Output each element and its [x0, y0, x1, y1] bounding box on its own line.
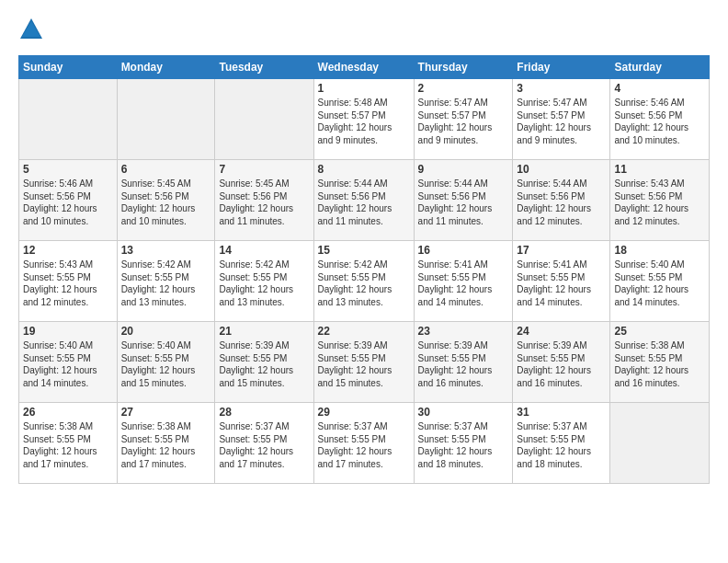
- day-info: Sunrise: 5:44 AM Sunset: 5:56 PM Dayligh…: [318, 178, 410, 227]
- day-info: Sunrise: 5:40 AM Sunset: 5:55 PM Dayligh…: [614, 259, 705, 308]
- day-header-sunday: Sunday: [19, 56, 118, 79]
- day-number: 16: [418, 244, 509, 257]
- day-cell: 21Sunrise: 5:39 AM Sunset: 5:55 PM Dayli…: [215, 322, 313, 403]
- page-container: SundayMondayTuesdayWednesdayThursdayFrid…: [0, 0, 728, 493]
- day-number: 31: [517, 406, 606, 419]
- day-info: Sunrise: 5:47 AM Sunset: 5:57 PM Dayligh…: [517, 97, 606, 146]
- day-number: 10: [517, 163, 606, 176]
- day-info: Sunrise: 5:37 AM Sunset: 5:55 PM Dayligh…: [219, 420, 309, 470]
- day-info: Sunrise: 5:41 AM Sunset: 5:55 PM Dayligh…: [418, 259, 509, 308]
- day-cell: 7Sunrise: 5:45 AM Sunset: 5:56 PM Daylig…: [215, 160, 313, 241]
- day-info: Sunrise: 5:38 AM Sunset: 5:55 PM Dayligh…: [614, 339, 705, 389]
- day-cell: 15Sunrise: 5:42 AM Sunset: 5:55 PM Dayli…: [313, 241, 414, 322]
- day-cell: 2Sunrise: 5:47 AM Sunset: 5:57 PM Daylig…: [414, 79, 513, 160]
- day-info: Sunrise: 5:43 AM Sunset: 5:55 PM Dayligh…: [23, 259, 113, 308]
- day-cell: 5Sunrise: 5:46 AM Sunset: 5:56 PM Daylig…: [19, 160, 118, 241]
- day-number: 3: [517, 82, 606, 95]
- day-info: Sunrise: 5:40 AM Sunset: 5:55 PM Dayligh…: [23, 339, 113, 389]
- day-number: 29: [318, 406, 410, 419]
- week-row-2: 12Sunrise: 5:43 AM Sunset: 5:55 PM Dayli…: [19, 241, 710, 322]
- day-cell: 8Sunrise: 5:44 AM Sunset: 5:56 PM Daylig…: [313, 160, 414, 241]
- day-cell: 23Sunrise: 5:39 AM Sunset: 5:55 PM Dayli…: [414, 322, 513, 403]
- header: [18, 17, 710, 42]
- day-number: 6: [121, 163, 211, 176]
- day-cell: 14Sunrise: 5:42 AM Sunset: 5:55 PM Dayli…: [215, 241, 313, 322]
- day-header-friday: Friday: [513, 56, 610, 79]
- day-info: Sunrise: 5:37 AM Sunset: 5:55 PM Dayligh…: [418, 420, 509, 470]
- day-cell: 1Sunrise: 5:48 AM Sunset: 5:57 PM Daylig…: [313, 79, 414, 160]
- day-cell: 30Sunrise: 5:37 AM Sunset: 5:55 PM Dayli…: [414, 403, 513, 484]
- day-cell: 26Sunrise: 5:38 AM Sunset: 5:55 PM Dayli…: [19, 403, 118, 484]
- day-info: Sunrise: 5:45 AM Sunset: 5:56 PM Dayligh…: [219, 178, 309, 227]
- day-info: Sunrise: 5:46 AM Sunset: 5:56 PM Dayligh…: [614, 97, 705, 146]
- day-info: Sunrise: 5:42 AM Sunset: 5:55 PM Dayligh…: [219, 259, 309, 308]
- day-number: 18: [614, 244, 705, 257]
- day-info: Sunrise: 5:44 AM Sunset: 5:56 PM Dayligh…: [418, 178, 509, 227]
- day-info: Sunrise: 5:40 AM Sunset: 5:55 PM Dayligh…: [121, 339, 211, 389]
- day-cell: 16Sunrise: 5:41 AM Sunset: 5:55 PM Dayli…: [414, 241, 513, 322]
- day-header-thursday: Thursday: [414, 56, 513, 79]
- day-number: 9: [418, 163, 509, 176]
- day-header-wednesday: Wednesday: [313, 56, 414, 79]
- day-cell: 17Sunrise: 5:41 AM Sunset: 5:55 PM Dayli…: [513, 241, 610, 322]
- day-cell: 20Sunrise: 5:40 AM Sunset: 5:55 PM Dayli…: [117, 322, 215, 403]
- day-cell: 11Sunrise: 5:43 AM Sunset: 5:56 PM Dayli…: [610, 160, 710, 241]
- day-number: 26: [23, 406, 113, 419]
- day-header-saturday: Saturday: [610, 56, 710, 79]
- day-info: Sunrise: 5:47 AM Sunset: 5:57 PM Dayligh…: [418, 97, 509, 146]
- day-cell: 25Sunrise: 5:38 AM Sunset: 5:55 PM Dayli…: [610, 322, 710, 403]
- day-number: 13: [121, 244, 211, 257]
- day-info: Sunrise: 5:37 AM Sunset: 5:55 PM Dayligh…: [318, 420, 410, 470]
- day-number: 14: [219, 244, 309, 257]
- day-number: 19: [23, 325, 113, 338]
- day-number: 12: [23, 244, 113, 257]
- day-info: Sunrise: 5:42 AM Sunset: 5:55 PM Dayligh…: [318, 259, 410, 308]
- day-number: 2: [418, 82, 509, 95]
- svg-marker-1: [22, 21, 40, 37]
- day-number: 4: [614, 82, 705, 95]
- day-cell: 24Sunrise: 5:39 AM Sunset: 5:55 PM Dayli…: [513, 322, 610, 403]
- day-cell: 12Sunrise: 5:43 AM Sunset: 5:55 PM Dayli…: [19, 241, 118, 322]
- day-cell: 18Sunrise: 5:40 AM Sunset: 5:55 PM Dayli…: [610, 241, 710, 322]
- day-info: Sunrise: 5:38 AM Sunset: 5:55 PM Dayligh…: [121, 420, 211, 470]
- header-row: SundayMondayTuesdayWednesdayThursdayFrid…: [19, 56, 710, 79]
- day-info: Sunrise: 5:45 AM Sunset: 5:56 PM Dayligh…: [121, 178, 211, 227]
- day-info: Sunrise: 5:44 AM Sunset: 5:56 PM Dayligh…: [517, 178, 606, 227]
- logo-icon: [18, 17, 44, 42]
- week-row-0: 1Sunrise: 5:48 AM Sunset: 5:57 PM Daylig…: [19, 79, 710, 160]
- day-cell: 13Sunrise: 5:42 AM Sunset: 5:55 PM Dayli…: [117, 241, 215, 322]
- day-cell: 22Sunrise: 5:39 AM Sunset: 5:55 PM Dayli…: [313, 322, 414, 403]
- calendar-table: SundayMondayTuesdayWednesdayThursdayFrid…: [18, 55, 710, 484]
- day-cell: [117, 79, 215, 160]
- day-info: Sunrise: 5:39 AM Sunset: 5:55 PM Dayligh…: [418, 339, 509, 389]
- day-info: Sunrise: 5:39 AM Sunset: 5:55 PM Dayligh…: [318, 339, 410, 389]
- day-number: 22: [318, 325, 410, 338]
- day-info: Sunrise: 5:46 AM Sunset: 5:56 PM Dayligh…: [23, 178, 113, 227]
- day-cell: 27Sunrise: 5:38 AM Sunset: 5:55 PM Dayli…: [117, 403, 215, 484]
- day-number: 28: [219, 406, 309, 419]
- day-number: 1: [318, 82, 410, 95]
- day-cell: 31Sunrise: 5:37 AM Sunset: 5:55 PM Dayli…: [513, 403, 610, 484]
- day-cell: 9Sunrise: 5:44 AM Sunset: 5:56 PM Daylig…: [414, 160, 513, 241]
- day-cell: 6Sunrise: 5:45 AM Sunset: 5:56 PM Daylig…: [117, 160, 215, 241]
- day-number: 8: [318, 163, 410, 176]
- day-number: 24: [517, 325, 606, 338]
- week-row-3: 19Sunrise: 5:40 AM Sunset: 5:55 PM Dayli…: [19, 322, 710, 403]
- day-info: Sunrise: 5:38 AM Sunset: 5:55 PM Dayligh…: [23, 420, 113, 470]
- day-number: 15: [318, 244, 410, 257]
- day-cell: 10Sunrise: 5:44 AM Sunset: 5:56 PM Dayli…: [513, 160, 610, 241]
- day-header-tuesday: Tuesday: [215, 56, 313, 79]
- day-number: 27: [121, 406, 211, 419]
- day-number: 30: [418, 406, 509, 419]
- day-cell: 4Sunrise: 5:46 AM Sunset: 5:56 PM Daylig…: [610, 79, 710, 160]
- day-cell: 19Sunrise: 5:40 AM Sunset: 5:55 PM Dayli…: [19, 322, 118, 403]
- day-number: 17: [517, 244, 606, 257]
- week-row-4: 26Sunrise: 5:38 AM Sunset: 5:55 PM Dayli…: [19, 403, 710, 484]
- day-number: 20: [121, 325, 211, 338]
- day-cell: 29Sunrise: 5:37 AM Sunset: 5:55 PM Dayli…: [313, 403, 414, 484]
- day-info: Sunrise: 5:43 AM Sunset: 5:56 PM Dayligh…: [614, 178, 705, 227]
- day-info: Sunrise: 5:48 AM Sunset: 5:57 PM Dayligh…: [318, 97, 410, 146]
- day-number: 7: [219, 163, 309, 176]
- logo: [18, 17, 48, 42]
- day-number: 25: [614, 325, 705, 338]
